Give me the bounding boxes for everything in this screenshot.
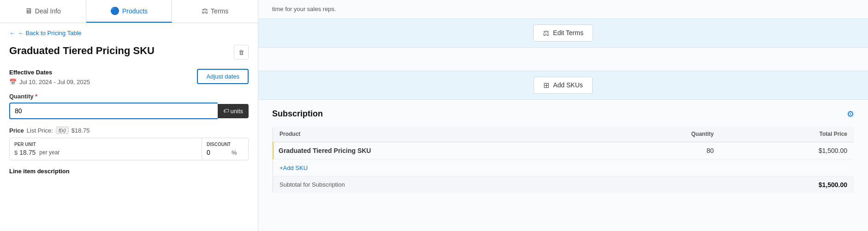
- per-unit-value: 18.75: [19, 149, 36, 156]
- subscription-table: Product Quantity Total Price Graduated T…: [272, 126, 854, 194]
- add-sku-link[interactable]: +Add SKU: [279, 164, 308, 171]
- product-title-row: Graduated Tiered Pricing SKU 🗑: [9, 45, 249, 60]
- effective-dates-header-row: Effective Dates 📅 Jul 10, 2024 - Jul 09,…: [9, 69, 249, 85]
- tab-products-label: Products: [122, 7, 148, 15]
- products-icon: 🔵: [110, 6, 119, 15]
- price-label: Price: [9, 127, 24, 134]
- right-panel: time for your sales reps. ⚖ Edit Terms ⊞…: [258, 0, 868, 231]
- add-sku-cell: +Add SKU: [273, 159, 854, 176]
- effective-dates-section: Effective Dates 📅 Jul 10, 2024 - Jul 09,…: [9, 69, 249, 85]
- right-top-text: time for your sales reps.: [258, 0, 868, 18]
- quantity-section: Quantity * 🏷 units: [9, 93, 249, 119]
- effective-dates-label: Effective Dates: [9, 69, 90, 76]
- quantity-input[interactable]: [9, 103, 218, 119]
- add-skus-button[interactable]: ⊞ Add SKUs: [534, 77, 593, 94]
- adjust-dates-button[interactable]: Adjust dates: [197, 69, 249, 84]
- back-link-text: ← Back to Pricing Table: [18, 30, 82, 36]
- required-star: *: [35, 93, 37, 100]
- tabs-bar: 🖥 Deal Info 🔵 Products ⚖ Terms: [0, 0, 258, 23]
- back-to-pricing-table-link[interactable]: ← ← Back to Pricing Table: [0, 23, 258, 40]
- back-arrow-icon: ←: [9, 30, 15, 36]
- product-detail: Graduated Tiered Pricing SKU 🗑 Effective…: [0, 40, 258, 184]
- fx-badge: f(x): [56, 127, 69, 134]
- subscription-header: Subscription ⚙: [272, 109, 854, 119]
- trash-icon: 🗑: [238, 49, 244, 56]
- add-skus-bar: ⊞ Add SKUs: [258, 71, 868, 100]
- tag-icon: 🏷: [223, 108, 229, 114]
- add-sku-row: +Add SKU: [273, 159, 854, 176]
- per-unit-label: PER UNIT: [14, 142, 197, 147]
- col-header-quantity: Quantity: [607, 126, 720, 142]
- per-unit-row: PER UNIT $ 18.75 per year DISCOUNT %: [9, 138, 249, 160]
- units-label: units: [231, 108, 243, 115]
- subtotal-label: Subtotal for Subscription: [273, 176, 720, 193]
- effective-dates-left: Effective Dates 📅 Jul 10, 2024 - Jul 09,…: [9, 69, 90, 85]
- tab-terms[interactable]: ⚖ Terms: [172, 0, 258, 23]
- table-row: Graduated Tiered Pricing SKU 80 $1,500.0…: [273, 142, 854, 159]
- line-item-description-label: Line item description: [9, 168, 249, 175]
- add-skus-label: Add SKUs: [553, 81, 583, 89]
- discount-input[interactable]: [207, 149, 230, 156]
- table-body: Graduated Tiered Pricing SKU 80 $1,500.0…: [273, 142, 854, 193]
- grid-icon: ⊞: [543, 81, 549, 90]
- product-title: Graduated Tiered Pricing SKU: [9, 45, 155, 57]
- tab-products[interactable]: 🔵 Products: [86, 0, 172, 23]
- subscription-title: Subscription: [272, 109, 323, 119]
- table-header-row: Product Quantity Total Price: [273, 126, 854, 142]
- spacer: [258, 57, 868, 71]
- table-head: Product Quantity Total Price: [273, 126, 854, 142]
- calendar-icon: 📅: [9, 79, 17, 85]
- dates-row: 📅 Jul 10, 2024 - Jul 09, 2025: [9, 79, 90, 85]
- list-price-value: $18.75: [71, 127, 90, 134]
- subscription-settings-icon[interactable]: ⚙: [847, 109, 854, 119]
- discount-label: DISCOUNT: [207, 142, 244, 147]
- tab-deal-info[interactable]: 🖥 Deal Info: [0, 0, 86, 23]
- subtotal-row: Subtotal for Subscription $1,500.00: [273, 176, 854, 193]
- list-price-label: List Price:: [27, 127, 53, 134]
- row-product-name: Graduated Tiered Pricing SKU: [273, 142, 607, 159]
- col-header-product: Product: [273, 126, 607, 142]
- per-year-label: per year: [39, 149, 59, 156]
- edit-terms-label: Edit Terms: [553, 29, 583, 36]
- per-unit-input-row: $ 18.75 per year: [14, 149, 197, 156]
- terms-icon: ⚖: [202, 6, 208, 15]
- quantity-label: Quantity *: [9, 93, 249, 100]
- row-quantity: 80: [607, 142, 720, 159]
- product-name-bold: Graduated Tiered Pricing SKU: [279, 147, 371, 154]
- date-range-text: Jul 10, 2024 - Jul 09, 2025: [19, 79, 90, 85]
- units-badge: 🏷 units: [218, 104, 249, 118]
- currency-symbol: $: [14, 149, 18, 156]
- percent-label: %: [232, 149, 237, 156]
- quantity-input-row: 🏷 units: [9, 103, 249, 119]
- delete-product-button[interactable]: 🗑: [234, 45, 249, 60]
- adjust-dates-label: Adjust dates: [206, 73, 239, 80]
- edit-terms-button[interactable]: ⚖ Edit Terms: [533, 24, 593, 42]
- discount-section: DISCOUNT %: [202, 138, 248, 160]
- tab-deal-info-label: Deal Info: [35, 7, 61, 15]
- price-section: Price List Price: f(x) $18.75 PER UNIT $…: [9, 127, 249, 160]
- scales-icon: ⚖: [543, 29, 549, 37]
- subtotal-value: $1,500.00: [720, 176, 854, 193]
- left-panel: 🖥 Deal Info 🔵 Products ⚖ Terms ← ← Back …: [0, 0, 258, 231]
- row-total-price: $1,500.00: [720, 142, 854, 159]
- deal-info-icon: 🖥: [25, 7, 32, 15]
- subscription-section: Subscription ⚙ Product Quantity Total Pr…: [258, 109, 868, 203]
- edit-terms-bar: ⚖ Edit Terms: [258, 18, 868, 48]
- tab-terms-label: Terms: [211, 7, 228, 15]
- price-label-row: Price List Price: f(x) $18.75: [9, 127, 249, 134]
- per-unit-left: PER UNIT $ 18.75 per year: [10, 138, 202, 160]
- discount-input-row: %: [207, 149, 244, 156]
- col-header-total-price: Total Price: [720, 126, 854, 142]
